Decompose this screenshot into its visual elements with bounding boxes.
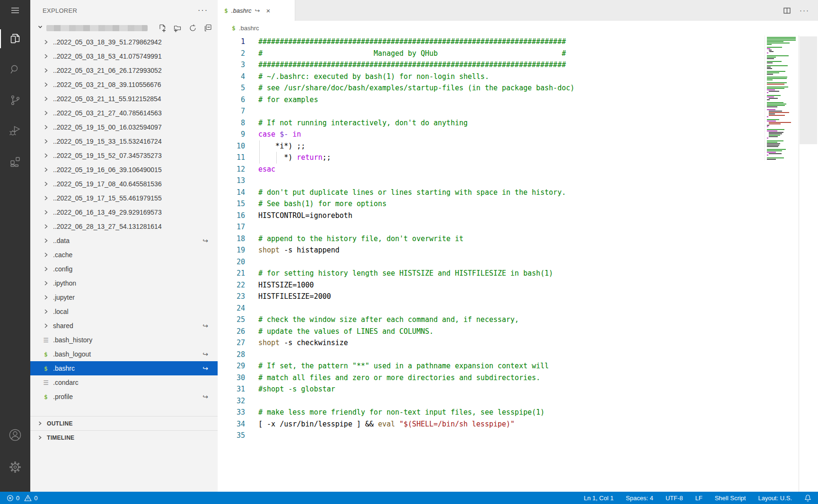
tree-item-..2022_06_28_13_27_54.131281614[interactable]: ..2022_06_28_13_27_54.131281614 <box>30 219 218 234</box>
tree-item-.condarc[interactable]: ☰.condarc <box>30 375 218 390</box>
tree-item-..2022_05_19_15_52_07.345735273[interactable]: ..2022_05_19_15_52_07.345735273 <box>30 148 218 163</box>
tree-item-..2022_05_03_18_53_41.075749991[interactable]: ..2022_05_03_18_53_41.075749991 <box>30 49 218 63</box>
tree-item-..2022_05_03_21_11_55.912152854[interactable]: ..2022_05_03_21_11_55.912152854 <box>30 92 218 106</box>
tab-close-icon[interactable]: × <box>266 7 270 15</box>
file-icon: ☰ <box>42 379 50 386</box>
tree-item-..2022_05_19_15_33_15.532416724[interactable]: ..2022_05_19_15_33_15.532416724 <box>30 134 218 148</box>
tree-item-..2022_05_03_21_06_26.172993052[interactable]: ..2022_05_03_21_06_26.172993052 <box>30 63 218 78</box>
tree-item-.local[interactable]: .local <box>30 304 218 319</box>
tab-bashrc[interactable]: $ .bashrc ↪ × <box>218 0 295 21</box>
code-line-8[interactable]: 8# If not running interactively, don't d… <box>218 117 761 129</box>
bell-icon-cell[interactable] <box>804 494 811 502</box>
run-debug-icon[interactable] <box>0 120 30 142</box>
code-line-17[interactable]: 17 <box>218 221 761 233</box>
code-line-14[interactable]: 14# don't put duplicate lines or lines s… <box>218 187 761 199</box>
status-item-spaces-4[interactable]: Spaces: 4 <box>626 495 653 502</box>
code-line-20[interactable]: 20 <box>218 256 761 268</box>
code-line-18[interactable]: 18# append to the history file, don't ov… <box>218 233 761 245</box>
tree-item-..2022_05_19_16_06_39.106490015[interactable]: ..2022_05_19_16_06_39.106490015 <box>30 163 218 177</box>
section-timeline[interactable]: TIMELINE <box>30 430 218 444</box>
indent-guide <box>259 152 260 164</box>
code-line-35[interactable]: 35 <box>218 430 761 442</box>
code-line-10[interactable]: 10 *i*) ;; <box>218 140 761 152</box>
code-line-30[interactable]: 30# match all files and zero or more dir… <box>218 372 761 384</box>
code-line-5[interactable]: 5# see /usr/share/doc/bash/examples/star… <box>218 82 761 94</box>
code-line-15[interactable]: 15# See bash(1) for more options <box>218 198 761 210</box>
more-actions-icon[interactable]: ··· <box>198 8 208 13</box>
code-line-25[interactable]: 25# check the window size after each com… <box>218 314 761 326</box>
code-line-1[interactable]: 1#######################################… <box>218 36 761 48</box>
status-item-ln-1-col-1[interactable]: Ln 1, Col 1 <box>584 495 614 502</box>
tree-item-..2022_05_03_21_27_40.785614563[interactable]: ..2022_05_03_21_27_40.785614563 <box>30 106 218 120</box>
code-line-3[interactable]: 3#######################################… <box>218 59 761 71</box>
tree-item-.bashrc[interactable]: $.bashrc↪ <box>30 361 218 375</box>
search-icon[interactable] <box>0 58 30 81</box>
tree-item-..2022_05_19_15_00_16.032594097[interactable]: ..2022_05_19_15_00_16.032594097 <box>30 120 218 134</box>
code-line-31[interactable]: 31#shopt -s globstar <box>218 383 761 395</box>
problems-errors[interactable]: 0 <box>7 495 19 502</box>
code-line-11[interactable]: 11 *) return;; <box>218 152 761 164</box>
code-line-28[interactable]: 28 <box>218 349 761 361</box>
tree-item-..data[interactable]: ..data↪ <box>30 234 218 248</box>
menu-icon[interactable] <box>0 0 30 21</box>
code-line-9[interactable]: 9case $- in <box>218 129 761 140</box>
code-editor[interactable]: 1#######################################… <box>218 36 761 442</box>
line-number: 17 <box>218 221 245 233</box>
tree-item-.ipython[interactable]: .ipython <box>30 276 218 290</box>
breadcrumb[interactable]: $ .bashrc <box>218 21 818 35</box>
account-icon[interactable] <box>0 424 30 446</box>
code-line-23[interactable]: 23HISTFILESIZE=2000 <box>218 291 761 303</box>
refresh-icon[interactable] <box>189 24 197 32</box>
code-line-24[interactable]: 24 <box>218 303 761 314</box>
tree-item-.cache[interactable]: .cache <box>30 248 218 262</box>
source-control-icon[interactable] <box>0 89 30 112</box>
code-line-26[interactable]: 26# update the values of LINES and COLUM… <box>218 326 761 338</box>
section-outline[interactable]: OUTLINE <box>30 416 218 430</box>
tree-item-shared[interactable]: shared↪ <box>30 319 218 333</box>
code-line-2[interactable]: 2# Managed by QHub # <box>218 48 761 60</box>
code-line-21[interactable]: 21# for setting history length see HISTS… <box>218 268 761 279</box>
code-line-16[interactable]: 16HISTCONTROL=ignoreboth <box>218 210 761 222</box>
code-line-6[interactable]: 6# for examples <box>218 94 761 106</box>
code-line-32[interactable]: 32 <box>218 395 761 407</box>
code-line-33[interactable]: 33# make less more friendly for non-text… <box>218 407 761 418</box>
status-item-utf-8[interactable]: UTF-8 <box>666 495 683 502</box>
code-line-29[interactable]: 29# If set, the pattern "**" used in a p… <box>218 360 761 372</box>
code-line-19[interactable]: 19shopt -s histappend <box>218 244 761 256</box>
code-line-7[interactable]: 7 <box>218 105 761 117</box>
new-folder-icon[interactable] <box>174 24 182 32</box>
scrollbar-slider[interactable] <box>800 36 817 144</box>
tree-item-..2022_05_19_17_15_55.461979155[interactable]: ..2022_05_19_17_15_55.461979155 <box>30 191 218 205</box>
extensions-icon[interactable] <box>0 150 30 173</box>
tree-item-..2022_05_03_18_39_51.279862942[interactable]: ..2022_05_03_18_39_51.279862942 <box>30 35 218 49</box>
code-line-4[interactable]: 4# ~/.bashrc: executed by bash(1) for no… <box>218 71 761 83</box>
tree-item-.config[interactable]: .config <box>30 262 218 276</box>
tree-item-.jupyter[interactable]: .jupyter <box>30 290 218 304</box>
collapse-all-icon[interactable] <box>204 24 212 32</box>
settings-gear-icon[interactable] <box>0 456 30 478</box>
tree-item-..2022_06_16_13_49_29.929169573[interactable]: ..2022_06_16_13_49_29.929169573 <box>30 205 218 219</box>
explorer-icon[interactable] <box>0 27 30 50</box>
minimap[interactable] <box>765 35 799 160</box>
vertical-scrollbar[interactable] <box>799 35 818 492</box>
line-number: 25 <box>218 314 245 326</box>
code-line-34[interactable]: 34[ -x /usr/bin/lesspipe ] && eval "$(SH… <box>218 418 761 430</box>
problems-warnings[interactable]: 0 <box>24 495 37 502</box>
split-editor-icon[interactable] <box>783 7 791 15</box>
code-line-13[interactable]: 13 <box>218 175 761 187</box>
tree-item-..2022_05_19_17_08_40.645581536[interactable]: ..2022_05_19_17_08_40.645581536 <box>30 177 218 191</box>
status-item-lf[interactable]: LF <box>695 495 703 502</box>
tree-item-..2022_05_03_21_08_39.110556676[interactable]: ..2022_05_03_21_08_39.110556676 <box>30 78 218 92</box>
line-content: ########################################… <box>258 36 761 48</box>
status-item-layout-u-s[interactable]: Layout: U.S. <box>758 495 792 502</box>
tree-item-.bash_history[interactable]: ☰.bash_history <box>30 333 218 347</box>
code-line-12[interactable]: 12esac <box>218 164 761 175</box>
status-item-shell-script[interactable]: Shell Script <box>715 495 746 502</box>
code-line-22[interactable]: 22HISTSIZE=1000 <box>218 279 761 291</box>
workspace-row[interactable] <box>30 21 218 35</box>
code-line-27[interactable]: 27shopt -s checkwinsize <box>218 337 761 349</box>
new-file-icon[interactable] <box>158 24 167 32</box>
tree-item-.profile[interactable]: $.profile↪ <box>30 390 218 404</box>
tree-item-.bash_logout[interactable]: $.bash_logout↪ <box>30 347 218 361</box>
editor-more-actions-icon[interactable]: ··· <box>800 9 809 12</box>
